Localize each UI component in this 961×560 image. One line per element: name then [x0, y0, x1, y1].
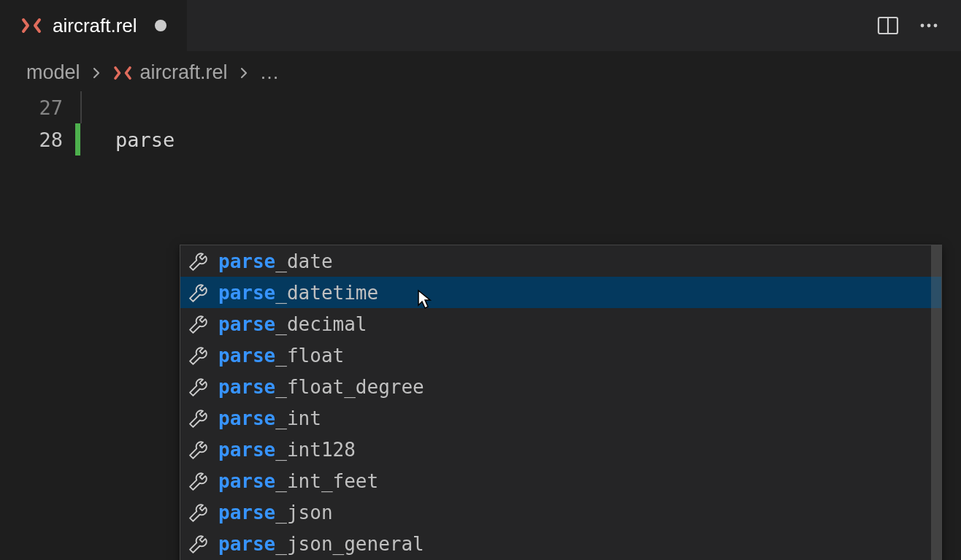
suggest-item-label: parse_float: [218, 345, 344, 367]
wrench-icon: [189, 346, 208, 365]
breadcrumb-symbol-label: …: [260, 61, 280, 84]
suggest-item[interactable]: parse_date: [180, 245, 941, 277]
tab-title: aircraft.rel: [53, 15, 137, 37]
modified-gutter-indicator: [75, 123, 80, 156]
suggest-item[interactable]: parse_int128: [180, 434, 941, 465]
breadcrumb-symbol[interactable]: …: [260, 61, 280, 84]
breadcrumb-file-label: aircraft.rel: [140, 61, 228, 84]
suggest-item-label: parse_json: [218, 502, 333, 523]
line-number: 28: [0, 129, 80, 151]
suggest-item-label: parse_decimal: [218, 313, 367, 335]
breadcrumb-file[interactable]: aircraft.rel: [112, 61, 228, 84]
suggest-item[interactable]: parse_json_general: [180, 528, 941, 559]
suggest-item[interactable]: parse_datetime: [180, 277, 941, 308]
chevron-right-icon: [238, 67, 250, 79]
wrench-icon: [189, 534, 208, 553]
suggest-item[interactable]: parse_float_degree: [180, 371, 941, 402]
split-editor-icon[interactable]: [876, 14, 900, 37]
suggest-item-label: parse_date: [218, 250, 333, 272]
tab-actions: [876, 14, 961, 37]
wrench-icon: [189, 472, 208, 491]
wrench-icon: [189, 440, 208, 459]
editor-line[interactable]: 28 parse: [0, 123, 961, 156]
breadcrumb-folder[interactable]: model: [26, 61, 80, 84]
editor-line[interactable]: 27: [0, 91, 961, 123]
suggest-item-label: parse_int_feet: [218, 470, 378, 492]
more-actions-icon[interactable]: [917, 14, 941, 37]
editor-tab[interactable]: aircraft.rel: [0, 0, 187, 51]
tab-bar: aircraft.rel: [0, 0, 961, 51]
suggest-item[interactable]: parse_float: [180, 340, 941, 371]
rel-file-icon: [112, 66, 133, 80]
svg-point-2: [921, 24, 924, 28]
scrollbar[interactable]: [931, 245, 941, 560]
breadcrumb-folder-label: model: [26, 61, 80, 84]
suggest-item[interactable]: parse_int: [180, 402, 941, 434]
suggest-item[interactable]: parse_decimal: [180, 308, 941, 340]
suggest-item-label: parse_int: [218, 407, 321, 429]
suggest-item-label: parse_json_general: [218, 533, 424, 555]
wrench-icon: [189, 409, 208, 428]
breadcrumbs[interactable]: model aircraft.rel …: [0, 51, 961, 91]
wrench-icon: [189, 377, 208, 396]
suggest-list[interactable]: parse_dateparse_datetimeparse_decimalpar…: [180, 245, 941, 560]
wrench-icon: [189, 283, 208, 302]
wrench-icon: [189, 503, 208, 522]
line-text: parse: [115, 129, 175, 151]
suggest-item[interactable]: parse_json: [180, 496, 941, 528]
svg-point-3: [927, 24, 931, 28]
chevron-right-icon: [91, 67, 102, 79]
wrench-icon: [189, 315, 208, 334]
suggest-widget: parse_dateparse_datetimeparse_decimalpar…: [180, 245, 942, 560]
suggest-item[interactable]: parse_int_feet: [180, 465, 941, 496]
line-number: 27: [0, 96, 80, 119]
wrench-icon: [189, 252, 208, 271]
svg-point-4: [934, 24, 938, 28]
suggest-item-label: parse_int128: [218, 439, 356, 461]
suggest-item-label: parse_datetime: [218, 282, 378, 304]
dirty-indicator-icon: [155, 20, 166, 31]
suggest-item-label: parse_float_degree: [218, 376, 424, 398]
rel-file-icon: [20, 18, 42, 34]
editor[interactable]: 27 28 parse parse_dateparse_datetimepars…: [0, 91, 961, 156]
